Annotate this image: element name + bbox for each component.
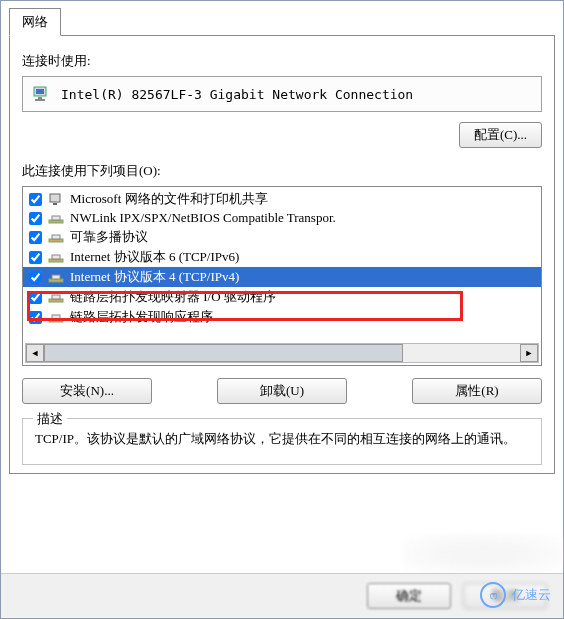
protocol-icon: [48, 229, 64, 245]
list-item-label: Microsoft 网络的文件和打印机共享: [70, 190, 268, 208]
svg-rect-1: [36, 89, 44, 94]
svg-rect-2: [38, 97, 42, 99]
horizontal-scrollbar[interactable]: ◄ ►: [25, 343, 539, 363]
list-item-label: 可靠多播协议: [70, 228, 148, 246]
list-item-checkbox[interactable]: [29, 311, 42, 324]
network-adapter-icon: [31, 83, 53, 105]
configure-button[interactable]: 配置(C)...: [459, 122, 542, 148]
list-item[interactable]: 可靠多播协议: [23, 227, 541, 247]
list-item-checkbox[interactable]: [29, 271, 42, 284]
svg-rect-5: [53, 203, 57, 205]
blur-smudge: [403, 534, 563, 574]
scroll-right-icon[interactable]: ►: [520, 344, 538, 362]
list-item[interactable]: Internet 协议版本 6 (TCP/IPv6): [23, 247, 541, 267]
description-text: TCP/IP。该协议是默认的广域网络协议，它提供在不同的相互连接的网络上的通讯。: [35, 429, 529, 450]
list-item-label: 链路层拓扑发现响应程序: [70, 308, 213, 326]
protocol-icon: [48, 289, 64, 305]
list-item-checkbox[interactable]: [29, 212, 42, 225]
install-button[interactable]: 安装(N)...: [22, 378, 152, 404]
watermark-text: 亿速云: [512, 586, 551, 604]
scroll-thumb[interactable]: [44, 344, 403, 362]
tab-panel: 连接时使用: Intel(R) 82567LF-3 Gigabit Networ…: [9, 35, 555, 474]
list-item[interactable]: NWLink IPX/SPX/NetBIOS Compatible Transp…: [23, 209, 541, 227]
svg-rect-7: [52, 216, 60, 220]
svg-rect-9: [52, 235, 60, 239]
svg-rect-11: [52, 255, 60, 259]
watermark-icon: ෆ: [480, 582, 506, 608]
tab-network[interactable]: 网络: [9, 8, 61, 36]
list-item-checkbox[interactable]: [29, 291, 42, 304]
list-item[interactable]: 链路层拓扑发现响应程序: [23, 307, 541, 327]
list-item-checkbox[interactable]: [29, 193, 42, 206]
list-item-label: Internet 协议版本 6 (TCP/IPv6): [70, 248, 239, 266]
adapter-name: Intel(R) 82567LF-3 Gigabit Network Conne…: [61, 87, 413, 102]
svg-rect-17: [52, 315, 60, 319]
protocol-icon: [48, 269, 64, 285]
properties-window: 网络 连接时使用: Intel(R) 82567LF-3 Gigabit Net…: [0, 0, 564, 619]
adapter-label: 连接时使用:: [22, 52, 542, 70]
description-legend: 描述: [33, 410, 67, 428]
properties-button[interactable]: 属性(R): [412, 378, 542, 404]
list-item-label: 链路层拓扑发现映射器 I/O 驱动程序: [70, 288, 276, 306]
svg-rect-13: [52, 275, 60, 279]
svg-rect-15: [52, 295, 60, 299]
protocol-icon: [48, 309, 64, 325]
list-item[interactable]: 链路层拓扑发现映射器 I/O 驱动程序: [23, 287, 541, 307]
components-list[interactable]: Microsoft 网络的文件和打印机共享NWLink IPX/SPX/NetB…: [22, 186, 542, 366]
protocol-icon: [48, 210, 64, 226]
watermark: ෆ 亿速云: [480, 582, 551, 608]
list-item[interactable]: Internet 协议版本 4 (TCP/IPv4): [23, 267, 541, 287]
uninstall-button[interactable]: 卸载(U): [217, 378, 347, 404]
items-label: 此连接使用下列项目(O):: [22, 162, 542, 180]
svg-rect-4: [50, 194, 60, 202]
list-item-label: NWLink IPX/SPX/NetBIOS Compatible Transp…: [70, 210, 336, 226]
service-icon: [48, 191, 64, 207]
scroll-left-icon[interactable]: ◄: [26, 344, 44, 362]
list-item-checkbox[interactable]: [29, 231, 42, 244]
scroll-track[interactable]: [44, 344, 520, 362]
dialog-button-bar: 确定 取消: [1, 573, 563, 618]
protocol-icon: [48, 249, 64, 265]
list-item-checkbox[interactable]: [29, 251, 42, 264]
adapter-field[interactable]: Intel(R) 82567LF-3 Gigabit Network Conne…: [22, 76, 542, 112]
list-item[interactable]: Microsoft 网络的文件和打印机共享: [23, 189, 541, 209]
list-item-label: Internet 协议版本 4 (TCP/IPv4): [70, 268, 239, 286]
description-group: 描述 TCP/IP。该协议是默认的广域网络协议，它提供在不同的相互连接的网络上的…: [22, 418, 542, 465]
ok-button[interactable]: 确定: [367, 583, 451, 609]
svg-rect-3: [35, 99, 45, 101]
tab-strip: 网络: [1, 1, 563, 35]
